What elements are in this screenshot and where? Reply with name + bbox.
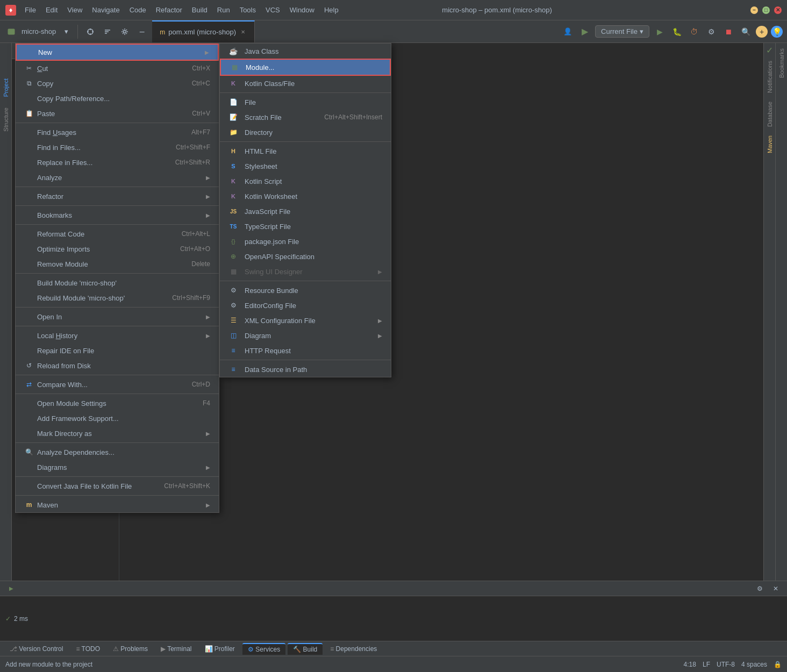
- submenu-http-request[interactable]: ≡ HTTP Request: [220, 343, 391, 358]
- ctx-item-local-history[interactable]: Local History ▶: [16, 328, 219, 343]
- submenu-scratch-file[interactable]: 📝 Scratch File Ctrl+Alt+Shift+Insert: [220, 110, 391, 125]
- status-line-sep[interactable]: LF: [703, 661, 710, 668]
- project-dropdown-arrow[interactable]: ▾: [59, 25, 73, 39]
- submenu-openapi[interactable]: ⊕ OpenAPI Specification: [220, 249, 391, 264]
- search-btn[interactable]: 🔍: [739, 25, 753, 39]
- submenu-pkg-json[interactable]: {} package.json File: [220, 234, 391, 249]
- submenu-stylesheet[interactable]: S Stylesheet: [220, 159, 391, 174]
- structure-panel-tab[interactable]: Structure: [2, 104, 10, 135]
- submenu-ts-file[interactable]: TS TypeScript File: [220, 219, 391, 234]
- status-position[interactable]: 4:18: [684, 661, 696, 668]
- toolbar-minus-btn[interactable]: –: [135, 25, 149, 39]
- bottom-settings-btn[interactable]: ⚙: [753, 582, 767, 596]
- menu-edit[interactable]: Edit: [41, 4, 62, 16]
- menu-run[interactable]: Run: [213, 4, 234, 16]
- bottom-tab-problems[interactable]: ⚠ Problems: [108, 644, 153, 654]
- bottom-tab-dependencies[interactable]: ≡ Dependencies: [325, 644, 382, 654]
- ctx-item-new[interactable]: New ▶: [16, 44, 219, 61]
- ctx-item-analyze-deps[interactable]: 🔍 Analyze Dependencies...: [16, 445, 219, 460]
- bottom-tab-services[interactable]: ⚙ Services: [242, 643, 285, 655]
- bottom-tab-todo[interactable]: ≡ TODO: [70, 644, 105, 654]
- notifications-panel-tab[interactable]: Notifications: [765, 58, 774, 96]
- submenu-directory[interactable]: 📁 Directory: [220, 125, 391, 140]
- status-indent[interactable]: 4 spaces: [741, 661, 767, 668]
- toolbar-locate-btn[interactable]: [83, 25, 97, 39]
- status-encoding[interactable]: UTF-8: [717, 661, 735, 668]
- ctx-item-analyze[interactable]: Analyze ▶: [16, 170, 219, 185]
- maximize-button[interactable]: □: [762, 6, 770, 14]
- ctx-item-reload[interactable]: ↺ Reload from Disk: [16, 358, 219, 373]
- ctx-item-reformat[interactable]: Reformat Code Ctrl+Alt+L: [16, 226, 219, 241]
- ctx-item-replace-in-files[interactable]: Replace in Files... Ctrl+Shift+R: [16, 155, 219, 170]
- ctx-item-add-framework[interactable]: Add Framework Support...: [16, 411, 219, 426]
- bottom-tab-profiler[interactable]: 📊 Profiler: [199, 644, 240, 654]
- menu-window[interactable]: Window: [285, 4, 319, 16]
- bottom-tab-version-control[interactable]: ⎇ Version Control: [4, 644, 68, 654]
- bottom-close-btn[interactable]: ✕: [769, 582, 783, 596]
- run-back-btn[interactable]: ▶: [578, 25, 592, 39]
- maven-panel-tab[interactable]: Maven: [765, 132, 774, 156]
- ctx-item-rebuild-module[interactable]: Rebuild Module 'micro-shop' Ctrl+Shift+F…: [16, 290, 219, 305]
- submenu-kotlin-class[interactable]: K Kotlin Class/File: [220, 76, 391, 91]
- ctx-item-copy[interactable]: ⧉ Copy Ctrl+C: [16, 76, 219, 91]
- submenu-file[interactable]: 📄 File: [220, 95, 391, 110]
- ctx-item-open-module-settings[interactable]: Open Module Settings F4: [16, 396, 219, 411]
- profile-icon-btn[interactable]: 👤: [561, 25, 575, 39]
- minimize-button[interactable]: –: [750, 6, 758, 14]
- menu-build[interactable]: Build: [188, 4, 212, 16]
- tab-close-btn[interactable]: ✕: [239, 28, 247, 36]
- menu-file[interactable]: File: [20, 4, 40, 16]
- ctx-item-bookmarks[interactable]: Bookmarks ▶: [16, 208, 219, 223]
- submenu-xml-config[interactable]: ☰ XML Configuration File ▶: [220, 313, 391, 328]
- profile-run-btn[interactable]: ⏱: [687, 25, 701, 39]
- menu-refactor[interactable]: Refactor: [152, 4, 187, 16]
- submenu-java-class[interactable]: ☕ Java Class: [220, 44, 391, 59]
- submenu-diagram[interactable]: ◫ Diagram ▶: [220, 328, 391, 343]
- ctx-item-refactor[interactable]: Refactor ▶: [16, 189, 219, 204]
- add-btn[interactable]: +: [756, 26, 768, 38]
- close-button[interactable]: ✕: [774, 6, 782, 14]
- menu-vcs[interactable]: VCS: [261, 4, 284, 16]
- more-run-btn[interactable]: ⚙: [704, 25, 718, 39]
- ctx-item-convert-kotlin[interactable]: Convert Java File to Kotlin File Ctrl+Al…: [16, 478, 219, 494]
- menu-tools[interactable]: Tools: [235, 4, 260, 16]
- ctx-item-copy-path[interactable]: Copy Path/Reference...: [16, 91, 219, 106]
- bookmarks-panel-tab[interactable]: Bookmarks: [777, 45, 786, 81]
- ctx-item-find-in-files[interactable]: Find in Files... Ctrl+Shift+F: [16, 140, 219, 155]
- ctx-item-repair-ide[interactable]: Repair IDE on File: [16, 343, 219, 358]
- tips-btn[interactable]: 💡: [771, 26, 783, 38]
- ctx-item-compare[interactable]: ⇄ Compare With... Ctrl+D: [16, 377, 219, 392]
- toolbar-sort-btn[interactable]: [101, 25, 115, 39]
- bottom-tab-terminal[interactable]: ▶ Terminal: [155, 644, 197, 654]
- ctx-item-cut[interactable]: ✂ Cut Ctrl+X: [16, 61, 219, 76]
- project-panel-tab[interactable]: Project: [2, 75, 10, 100]
- ctx-item-diagrams[interactable]: Diagrams ▶: [16, 460, 219, 475]
- submenu-js-file[interactable]: JS JavaScript File: [220, 204, 391, 219]
- ctx-item-paste[interactable]: 📋 Paste Ctrl+V: [16, 106, 219, 121]
- ctx-item-open-in[interactable]: Open In ▶: [16, 309, 219, 324]
- menu-bar[interactable]: File Edit View Navigate Code Refactor Bu…: [20, 4, 343, 16]
- run-btn[interactable]: ▶: [653, 25, 667, 39]
- database-panel-tab[interactable]: Database: [765, 98, 774, 130]
- menu-navigate[interactable]: Navigate: [88, 4, 124, 16]
- ctx-item-maven[interactable]: m Maven ▶: [16, 497, 219, 512]
- current-file-dropdown[interactable]: Current File ▾: [595, 25, 649, 38]
- ctx-item-find-usages[interactable]: Find Usages Alt+F7: [16, 125, 219, 140]
- submenu-datasource[interactable]: ≡ Data Source in Path: [220, 362, 391, 377]
- ctx-item-optimize[interactable]: Optimize Imports Ctrl+Alt+O: [16, 241, 219, 256]
- ctx-item-mark-dir[interactable]: Mark Directory as ▶: [16, 426, 219, 441]
- editor-tab-pom-xml[interactable]: m pom.xml (micro-shop) ✕: [152, 20, 255, 42]
- submenu-module[interactable]: ▦ Module...: [220, 59, 391, 76]
- toolbar-settings-btn[interactable]: [118, 25, 132, 39]
- menu-code[interactable]: Code: [125, 4, 151, 16]
- submenu-resource-bundle[interactable]: ⚙ Resource Bundle: [220, 283, 391, 298]
- submenu-kotlin-script[interactable]: K Kotlin Script: [220, 174, 391, 189]
- ctx-item-build-module[interactable]: Build Module 'micro-shop': [16, 275, 219, 290]
- submenu-editorconfig[interactable]: ⚙ EditorConfig File: [220, 298, 391, 313]
- menu-view[interactable]: View: [63, 4, 87, 16]
- bottom-tab-build[interactable]: 🔨 Build: [288, 643, 323, 655]
- ctx-item-remove-module[interactable]: Remove Module Delete: [16, 256, 219, 271]
- submenu-html-file[interactable]: H HTML File: [220, 144, 391, 159]
- submenu-kotlin-worksheet[interactable]: K Kotlin Worksheet: [220, 189, 391, 204]
- debug-btn[interactable]: 🐛: [670, 25, 684, 39]
